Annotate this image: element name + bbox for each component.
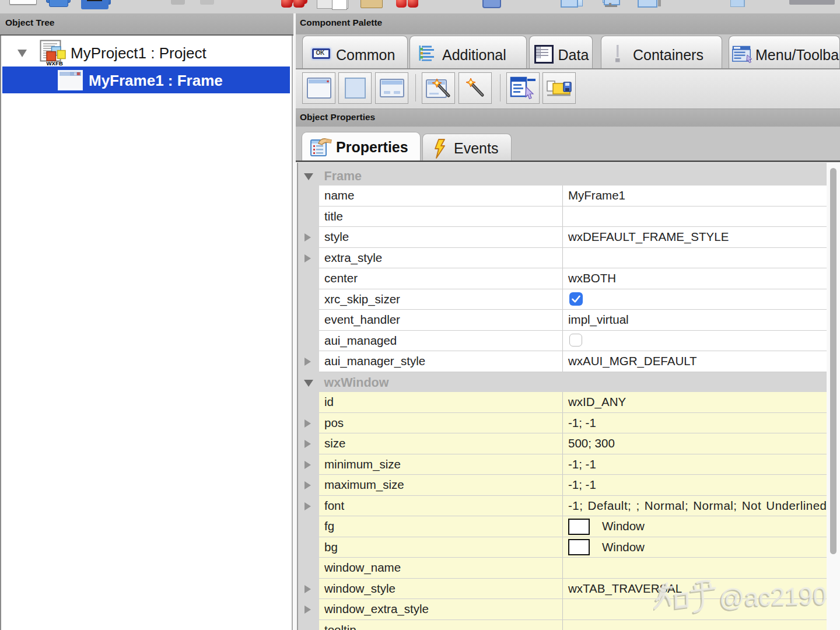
svg-text:@ac2190: @ac2190 [719,582,827,612]
svg-text:WXFB: WXFB [47,60,63,66]
